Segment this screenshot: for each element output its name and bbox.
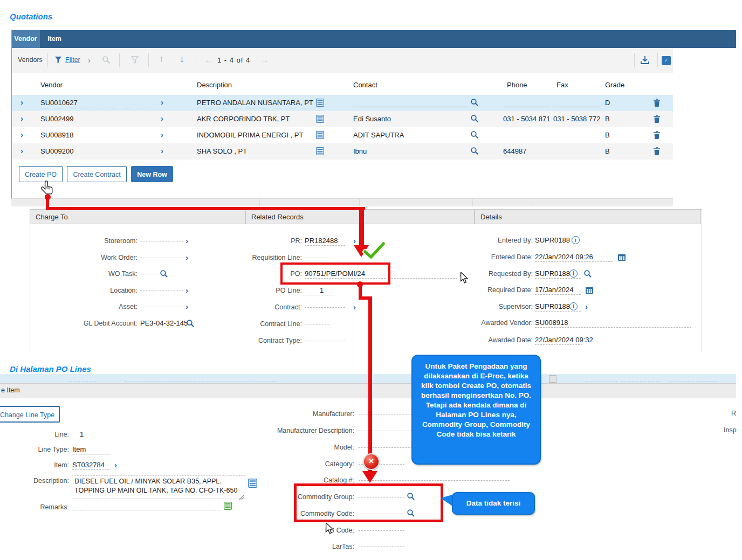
long-description-icon[interactable]	[316, 99, 324, 109]
contact-search-icon[interactable]	[470, 98, 479, 109]
row-expand-icon[interactable]	[20, 146, 23, 156]
contact-cell[interactable]: Ibnu	[353, 147, 367, 155]
next-row-icon[interactable]	[180, 54, 184, 65]
work-order-chevron-icon[interactable]	[186, 254, 188, 261]
hs-code-input[interactable]	[359, 522, 404, 531]
gl-debit-account-label: GL Debit Account:	[84, 320, 138, 327]
vendor-cell[interactable]: SU009200	[40, 147, 73, 155]
wo-task-search-icon[interactable]	[160, 269, 168, 280]
description-cell[interactable]: AKR CORPORINDO TBK, PT	[197, 115, 290, 123]
storeroom-chevron-icon[interactable]	[186, 237, 188, 245]
previous-page-icon[interactable]	[204, 55, 212, 64]
location-input[interactable]	[140, 282, 183, 291]
entered-date-label: Entered Date:	[491, 253, 533, 261]
new-row-button[interactable]: New Row	[131, 166, 173, 182]
table-row[interactable]: SU002499 AKR CORPORINDO TBK, PT Edi Susa…	[11, 111, 673, 127]
error-icon	[363, 453, 380, 470]
description-textarea[interactable]: DIESEL FUEL OIL / MINYAK SOLAR B35, APPL…	[72, 475, 245, 499]
pr-chevron-icon[interactable]	[353, 237, 356, 245]
clear-filter-icon[interactable]	[131, 56, 139, 66]
requested-by-info-icon[interactable]	[569, 269, 578, 278]
long-description-icon[interactable]	[316, 131, 324, 141]
description-cell[interactable]: SHA SOLO , PT	[197, 147, 247, 155]
row-expand-icon[interactable]	[20, 114, 23, 123]
delete-row-icon[interactable]	[653, 115, 661, 126]
wo-task-input[interactable]	[140, 265, 157, 274]
row-expand-icon[interactable]	[20, 98, 23, 107]
contract-type-input[interactable]	[305, 332, 345, 341]
description-cell[interactable]: PETRO ANDALAN NUSANTARA, PT	[197, 99, 311, 108]
gl-debit-search-icon[interactable]	[186, 319, 195, 330]
location-chevron-icon[interactable]	[186, 287, 188, 294]
vendor-detail-chevron-icon[interactable]	[161, 98, 163, 107]
grade-cell[interactable]: B	[605, 147, 610, 155]
next-page-icon[interactable]	[260, 55, 269, 64]
table-row[interactable]: SU0010627 PETRO ANDALAN NUSANTARA, PT D	[11, 95, 673, 111]
lartas-input[interactable]	[359, 538, 404, 547]
catalog-input[interactable]	[359, 472, 510, 481]
description-long-description-icon[interactable]	[248, 479, 257, 490]
work-order-input[interactable]	[140, 249, 183, 258]
vendor-detail-chevron-icon[interactable]	[161, 146, 163, 156]
clipped-icon	[549, 375, 556, 383]
filter-link[interactable]: Filter	[65, 56, 80, 64]
long-description-icon[interactable]	[316, 115, 324, 125]
maximize-icon[interactable]: ✓	[662, 56, 671, 65]
grade-cell[interactable]: B	[605, 131, 610, 139]
entered-by-info-icon[interactable]	[572, 236, 580, 244]
contract-input[interactable]	[305, 299, 345, 308]
remarks-notes-icon[interactable]	[224, 502, 232, 512]
vendor-detail-chevron-icon[interactable]	[161, 114, 163, 123]
contact-search-icon[interactable]	[470, 130, 479, 141]
required-date-calendar-icon[interactable]	[585, 286, 594, 296]
fax-cell[interactable]: 031 - 5038 772	[553, 115, 602, 123]
row-expand-icon[interactable]	[20, 130, 23, 140]
contract-line-input[interactable]	[305, 315, 329, 324]
contact-search-icon[interactable]	[470, 147, 479, 157]
vendor-detail-chevron-icon[interactable]	[161, 130, 163, 140]
table-row[interactable]: SU008918 INDOMOBIL PRIMA ENERGI , PT ADI…	[11, 127, 673, 143]
contact-cell[interactable]: ADIT SAPUTRA	[353, 131, 404, 139]
vendor-cell[interactable]: SU008918	[40, 131, 73, 139]
description-cell[interactable]: INDOMOBIL PRIMA ENERGI , PT	[197, 131, 303, 139]
grade-cell[interactable]: D	[605, 99, 610, 107]
vendor-cell[interactable]: SU0010627	[40, 99, 154, 108]
contact-search-icon[interactable]	[470, 114, 479, 125]
item-chevron-icon[interactable]	[114, 461, 117, 469]
asset-chevron-icon[interactable]	[186, 303, 188, 310]
search-icon[interactable]	[102, 56, 111, 66]
phone-input[interactable]	[503, 98, 550, 107]
col-header-grade: Grade	[605, 81, 624, 89]
asset-input[interactable]	[140, 298, 183, 307]
entered-date-calendar-icon[interactable]	[617, 253, 626, 264]
fax-input[interactable]	[553, 98, 600, 107]
remarks-input[interactable]	[72, 501, 221, 510]
change-line-type-button[interactable]: Change Line Type	[0, 406, 60, 423]
requested-by-search-icon[interactable]	[583, 269, 592, 280]
requisition-line-input[interactable]	[305, 249, 329, 258]
storeroom-input[interactable]	[140, 232, 183, 241]
supervisor-info-icon[interactable]	[569, 302, 578, 310]
table-row[interactable]: SU009200 SHA SOLO , PT Ibnu 644987 B	[11, 143, 673, 160]
resize-handle-icon[interactable]	[239, 493, 244, 502]
filter-expand-chevron-icon[interactable]	[88, 56, 91, 65]
filter-funnel-icon[interactable]	[54, 56, 62, 66]
supervisor-chevron-icon[interactable]	[585, 303, 588, 310]
contract-chevron-icon[interactable]	[353, 303, 356, 311]
delete-row-icon[interactable]	[653, 131, 661, 142]
tab-item[interactable]: Item	[42, 30, 67, 48]
phone-cell[interactable]: 031 - 5034 871	[503, 115, 552, 123]
delete-row-icon[interactable]	[653, 147, 661, 158]
phone-cell[interactable]: 644987	[503, 147, 526, 155]
details-header: Details	[475, 209, 701, 224]
tab-vendor[interactable]: Vendor	[11, 30, 40, 48]
delete-row-icon[interactable]	[653, 99, 661, 109]
grade-cell[interactable]: B	[605, 115, 610, 123]
contact-input[interactable]	[353, 98, 468, 107]
create-contract-button[interactable]: Create Contract	[67, 166, 127, 182]
contact-cell[interactable]: Edi Susanto	[353, 115, 391, 123]
download-icon[interactable]	[640, 55, 650, 68]
long-description-icon[interactable]	[316, 147, 324, 157]
vendor-cell[interactable]: SU002499	[40, 115, 73, 123]
previous-row-icon[interactable]	[159, 54, 164, 65]
